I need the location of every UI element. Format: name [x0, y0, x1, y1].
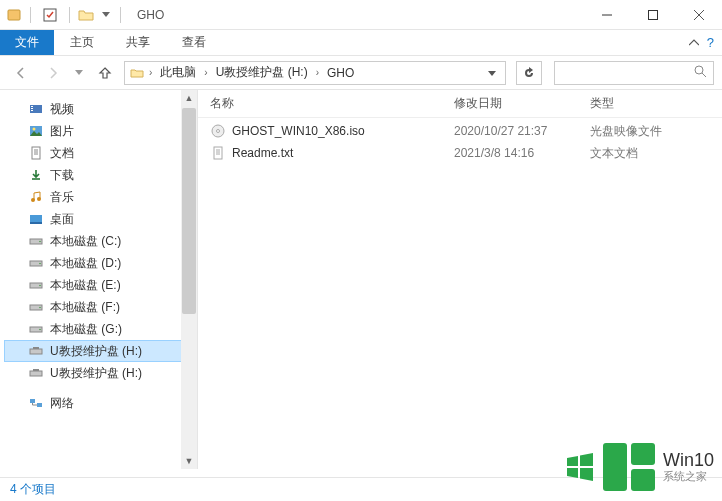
svg-rect-14	[32, 147, 40, 159]
up-button[interactable]	[92, 60, 118, 86]
sidebar-item-pictures[interactable]: 图片	[4, 120, 197, 142]
watermark-boxes	[603, 443, 655, 491]
svg-rect-34	[33, 347, 39, 349]
text-file-icon	[210, 145, 226, 161]
column-name[interactable]: 名称	[210, 95, 454, 112]
chevron-right-icon[interactable]: ›	[314, 67, 321, 78]
column-headers: 名称 修改日期 类型	[198, 90, 722, 118]
forward-button[interactable]	[40, 60, 66, 86]
address-dropdown-icon[interactable]	[483, 66, 501, 80]
sidebar-item-drive-h-selected[interactable]: U教授维护盘 (H:)	[4, 340, 197, 362]
svg-rect-41	[214, 147, 222, 159]
download-icon	[28, 167, 44, 183]
svg-point-20	[37, 197, 41, 201]
tab-view[interactable]: 查看	[166, 30, 222, 55]
scroll-down-icon[interactable]: ▼	[181, 453, 197, 469]
scroll-thumb[interactable]	[182, 108, 196, 314]
file-tab[interactable]: 文件	[0, 30, 54, 55]
document-icon	[28, 145, 44, 161]
sidebar-item-drive-e[interactable]: 本地磁盘 (E:)	[4, 274, 197, 296]
separator	[30, 7, 31, 23]
folder-icon	[129, 65, 145, 81]
svg-rect-35	[30, 371, 42, 376]
watermark-title: Win10	[663, 451, 714, 469]
file-type: 文本文档	[590, 145, 700, 162]
file-rows: GHOST_WIN10_X86.iso 2020/10/27 21:37 光盘映…	[198, 118, 722, 164]
tab-share[interactable]: 共享	[110, 30, 166, 55]
file-list: 名称 修改日期 类型 GHOST_WIN10_X86.iso 2020/10/2…	[198, 90, 722, 469]
column-date[interactable]: 修改日期	[454, 95, 590, 112]
close-button[interactable]	[676, 0, 722, 30]
maximize-button[interactable]	[630, 0, 676, 30]
sidebar-item-label: 本地磁盘 (E:)	[50, 277, 121, 294]
breadcrumb-label: 此电脑	[160, 64, 196, 81]
svg-point-32	[39, 329, 41, 331]
chevron-right-icon[interactable]: ›	[147, 67, 154, 78]
svg-rect-9	[31, 106, 33, 107]
minimize-button[interactable]	[584, 0, 630, 30]
svg-rect-11	[31, 110, 33, 111]
sidebar-item-drive-f[interactable]: 本地磁盘 (F:)	[4, 296, 197, 318]
sidebar-item-music[interactable]: 音乐	[4, 186, 197, 208]
search-box[interactable]	[554, 61, 714, 85]
sidebar-item-label: 本地磁盘 (F:)	[50, 299, 120, 316]
recent-dropdown[interactable]	[72, 60, 86, 86]
svg-rect-0	[8, 10, 20, 20]
svg-rect-21	[30, 215, 42, 222]
picture-icon	[28, 123, 44, 139]
tab-home[interactable]: 主页	[54, 30, 110, 55]
sidebar-item-videos[interactable]: 视频	[4, 98, 197, 120]
file-row[interactable]: Readme.txt 2021/3/8 14:16 文本文档	[198, 142, 722, 164]
video-icon	[28, 101, 44, 117]
svg-point-19	[31, 198, 35, 202]
qat-properties-icon[interactable]	[39, 4, 61, 26]
back-button[interactable]	[8, 60, 34, 86]
usb-drive-icon	[28, 365, 44, 381]
refresh-button[interactable]	[516, 61, 542, 85]
title-bar: GHO	[0, 0, 722, 30]
svg-point-26	[39, 263, 41, 265]
sidebar-item-downloads[interactable]: 下载	[4, 164, 197, 186]
ribbon-help-icon[interactable]: ?	[707, 35, 714, 50]
svg-rect-38	[37, 403, 42, 407]
drive-icon	[28, 277, 44, 293]
sidebar-item-label: 视频	[50, 101, 74, 118]
navigation-bar: › 此电脑 › U教授维护盘 (H:) › GHO	[0, 56, 722, 90]
sidebar-item-drive-d[interactable]: 本地磁盘 (D:)	[4, 252, 197, 274]
breadcrumb-label: GHO	[327, 66, 354, 80]
breadcrumb-drive[interactable]: U教授维护盘 (H:)	[212, 64, 312, 81]
sidebar-item-label: 下载	[50, 167, 74, 184]
ribbon-right: ?	[689, 30, 722, 55]
scroll-up-icon[interactable]: ▲	[181, 90, 197, 106]
sidebar-item-drive-h[interactable]: U教授维护盘 (H:)	[4, 362, 197, 384]
svg-marker-47	[567, 468, 578, 478]
breadcrumb-folder[interactable]: GHO	[323, 66, 358, 80]
drive-icon	[28, 299, 44, 315]
ribbon-expand-icon[interactable]	[689, 36, 699, 50]
sidebar-item-label: 桌面	[50, 211, 74, 228]
svg-rect-36	[33, 369, 39, 371]
column-type[interactable]: 类型	[590, 95, 700, 112]
qat-dropdown-icon[interactable]	[100, 4, 112, 26]
file-name: Readme.txt	[232, 146, 293, 160]
sidebar-scrollbar[interactable]: ▲ ▼	[181, 90, 197, 469]
sidebar-item-network[interactable]: 网络	[4, 392, 197, 414]
chevron-right-icon[interactable]: ›	[202, 67, 209, 78]
svg-point-40	[217, 130, 220, 133]
title-bar-left: GHO	[0, 4, 164, 26]
separator	[120, 7, 121, 23]
separator	[69, 7, 70, 23]
svg-line-7	[702, 73, 706, 77]
sidebar-item-drive-g[interactable]: 本地磁盘 (G:)	[4, 318, 197, 340]
sidebar-item-label: 本地磁盘 (C:)	[50, 233, 121, 250]
sidebar-item-desktop[interactable]: 桌面	[4, 208, 197, 230]
svg-rect-37	[30, 399, 35, 403]
address-bar[interactable]: › 此电脑 › U教授维护盘 (H:) › GHO	[124, 61, 506, 85]
file-name: GHOST_WIN10_X86.iso	[232, 124, 365, 138]
file-row[interactable]: GHOST_WIN10_X86.iso 2020/10/27 21:37 光盘映…	[198, 120, 722, 142]
sidebar-item-documents[interactable]: 文档	[4, 142, 197, 164]
drive-icon	[28, 255, 44, 271]
watermark: Win10 系统之家	[565, 443, 714, 491]
breadcrumb-thispc[interactable]: 此电脑	[156, 64, 200, 81]
sidebar-item-drive-c[interactable]: 本地磁盘 (C:)	[4, 230, 197, 252]
